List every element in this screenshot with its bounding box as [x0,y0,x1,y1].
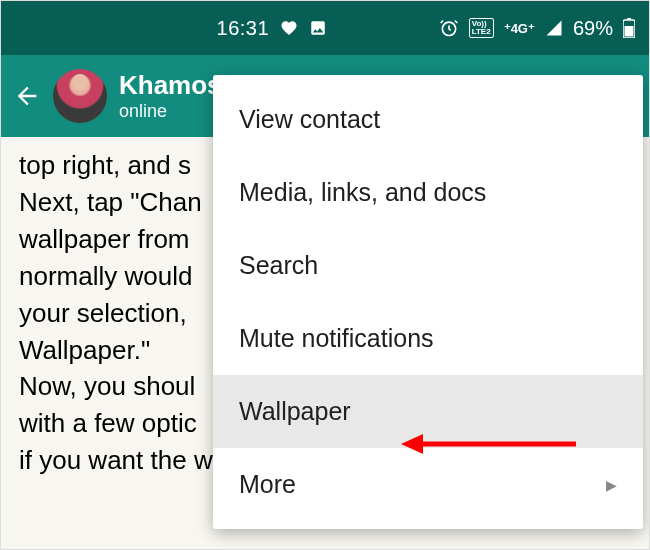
android-status-bar: 16:31 Vo))LTE2 ⁺4G⁺ 69% [1,1,649,55]
network-4g-icon: ⁺4G⁺ [504,21,535,36]
alarm-icon [439,18,459,38]
status-time: 16:31 [217,17,270,40]
menu-item-wallpaper[interactable]: Wallpaper [213,375,643,448]
signal-icon [545,19,563,37]
status-bar-right: Vo))LTE2 ⁺4G⁺ 69% [439,17,635,40]
volte-icon: Vo))LTE2 [469,18,494,38]
menu-item-label: Search [239,251,318,280]
menu-item-media-links-docs[interactable]: Media, links, and docs [213,156,643,229]
image-icon [309,19,327,37]
status-bar-left: 16:31 [15,17,439,40]
overflow-menu: View contact Media, links, and docs Sear… [213,75,643,529]
contact-avatar[interactable] [53,69,107,123]
menu-item-mute-notifications[interactable]: Mute notifications [213,302,643,375]
menu-item-label: Mute notifications [239,324,434,353]
svg-rect-2 [625,26,634,37]
menu-item-label: More [239,470,296,499]
svg-rect-3 [627,18,631,20]
menu-item-label: Media, links, and docs [239,178,486,207]
menu-item-more[interactable]: More ▶ [213,448,643,521]
menu-item-search[interactable]: Search [213,229,643,302]
menu-item-view-contact[interactable]: View contact [213,83,643,156]
heart-icon [279,19,299,37]
back-arrow-icon[interactable] [13,82,41,110]
menu-item-label: Wallpaper [239,397,351,426]
chevron-right-icon: ▶ [606,477,617,493]
battery-percent: 69% [573,17,613,40]
menu-item-label: View contact [239,105,380,134]
battery-icon [623,18,635,38]
